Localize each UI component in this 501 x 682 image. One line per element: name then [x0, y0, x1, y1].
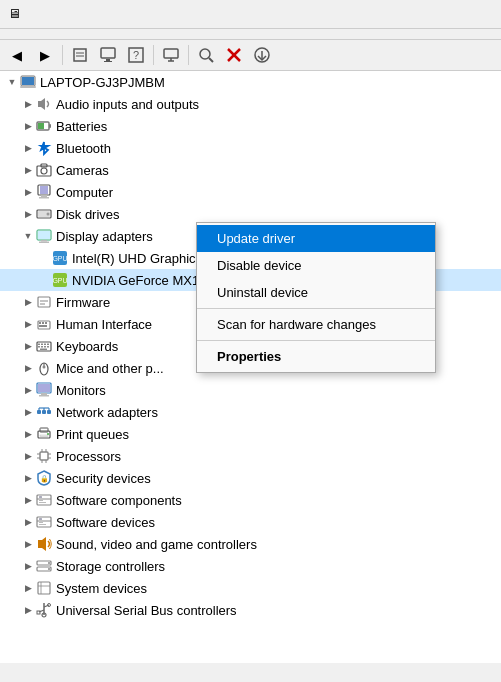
- tree-item-processors[interactable]: Processors: [0, 445, 501, 467]
- menu-view[interactable]: [36, 31, 52, 37]
- svg-point-62: [43, 366, 46, 369]
- ctx-item-uninstall[interactable]: Uninstall device: [197, 279, 435, 306]
- device-label-monitors: Monitors: [56, 383, 106, 398]
- expand-arrow-usb[interactable]: [20, 602, 36, 618]
- tree-item-sound[interactable]: Sound, video and game controllers: [0, 533, 501, 555]
- expand-arrow-cameras[interactable]: [20, 162, 36, 178]
- svg-rect-53: [44, 344, 46, 346]
- svg-rect-59: [40, 349, 47, 351]
- tree-item-print[interactable]: Print queues: [0, 423, 501, 445]
- expand-arrow-processors[interactable]: [20, 448, 36, 464]
- display-button[interactable]: [158, 43, 184, 67]
- tree-item-laptop[interactable]: LAPTOP-GJ3PJMBM: [0, 71, 501, 93]
- app-icon: 🖥: [8, 6, 24, 22]
- tree-item-security[interactable]: 🔒Security devices: [0, 467, 501, 489]
- svg-rect-23: [38, 123, 44, 129]
- expand-arrow-computer[interactable]: [20, 184, 36, 200]
- expand-arrow-print[interactable]: [20, 426, 36, 442]
- svg-rect-91: [39, 500, 43, 501]
- expand-arrow-system[interactable]: [20, 580, 36, 596]
- svg-rect-110: [37, 611, 40, 614]
- device-icon-nvidia: GPU: [52, 272, 68, 288]
- ctx-item-properties[interactable]: Properties: [197, 343, 435, 370]
- ctx-item-scan[interactable]: Scan for hardware changes: [197, 311, 435, 338]
- menu-help[interactable]: [52, 31, 68, 37]
- scan-button[interactable]: [193, 43, 219, 67]
- svg-rect-47: [42, 322, 44, 324]
- install-button[interactable]: [249, 43, 275, 67]
- tree-item-network[interactable]: Network adapters: [0, 401, 501, 423]
- back-button[interactable]: ◀: [4, 43, 30, 67]
- device-icon-usb: [36, 602, 52, 618]
- svg-text:GPU: GPU: [52, 277, 67, 284]
- expand-arrow-security[interactable]: [20, 470, 36, 486]
- tree-item-batteries[interactable]: Batteries: [0, 115, 501, 137]
- tree-item-storage[interactable]: Storage controllers: [0, 555, 501, 577]
- expand-arrow-monitors[interactable]: [20, 382, 36, 398]
- help-button[interactable]: ?: [123, 43, 149, 67]
- context-menu: Update driverDisable deviceUninstall dev…: [196, 222, 436, 373]
- device-label-sound: Sound, video and game controllers: [56, 537, 257, 552]
- device-icon-displayadapters: [36, 228, 52, 244]
- svg-rect-22: [49, 124, 51, 128]
- menu-action[interactable]: [20, 31, 36, 37]
- expand-arrow-keyboards[interactable]: [20, 338, 36, 354]
- svg-rect-52: [41, 344, 43, 346]
- tree-item-softwaredev[interactable]: Software devices: [0, 511, 501, 533]
- expand-arrow-storage[interactable]: [20, 558, 36, 574]
- remove-icon: [226, 47, 242, 63]
- expand-arrow-displayadapters[interactable]: [20, 228, 36, 244]
- expand-arrow-nvidia[interactable]: [36, 272, 52, 288]
- tree-item-bluetooth[interactable]: Bluetooth: [0, 137, 501, 159]
- device-label-computer: Computer: [56, 185, 113, 200]
- expand-arrow-network[interactable]: [20, 404, 36, 420]
- tree-item-usb[interactable]: Universal Serial Bus controllers: [0, 599, 501, 621]
- expand-arrow-human[interactable]: [20, 316, 36, 332]
- expand-arrow-firmware[interactable]: [20, 294, 36, 310]
- tree-item-softwarecomp[interactable]: Software components: [0, 489, 501, 511]
- svg-rect-69: [47, 410, 51, 414]
- expand-arrow-softwarecomp[interactable]: [20, 492, 36, 508]
- display-icon: [163, 47, 179, 63]
- remove-button[interactable]: [221, 43, 247, 67]
- device-label-human: Human Interface: [56, 317, 152, 332]
- device-icon-computer: [36, 184, 52, 200]
- device-icon-human: [36, 316, 52, 332]
- expand-arrow-intel[interactable]: [36, 250, 52, 266]
- tree-item-computer[interactable]: Computer: [0, 181, 501, 203]
- tree-item-cameras[interactable]: Cameras: [0, 159, 501, 181]
- svg-text:🔒: 🔒: [40, 474, 49, 483]
- device-label-softwaredev: Software devices: [56, 515, 155, 530]
- device-icon-print: [36, 426, 52, 442]
- forward-button[interactable]: ▶: [32, 43, 58, 67]
- svg-rect-68: [42, 410, 46, 414]
- expand-arrow-laptop[interactable]: [4, 74, 20, 90]
- ctx-item-disable[interactable]: Disable device: [197, 252, 435, 279]
- ctx-item-update[interactable]: Update driver: [197, 225, 435, 252]
- device-label-laptop: LAPTOP-GJ3PJMBM: [40, 75, 165, 90]
- svg-rect-95: [39, 518, 42, 520]
- svg-rect-19: [20, 86, 36, 88]
- svg-rect-67: [37, 410, 41, 414]
- svg-point-33: [47, 213, 50, 216]
- device-label-softwarecomp: Software components: [56, 493, 182, 508]
- device-label-displayadapters: Display adapters: [56, 229, 153, 244]
- device-icon-firmware: [36, 294, 52, 310]
- tree-item-system[interactable]: System devices: [0, 577, 501, 599]
- expand-arrow-softwaredev[interactable]: [20, 514, 36, 530]
- device-icon-intel: GPU: [52, 250, 68, 266]
- expand-arrow-diskdrives[interactable]: [20, 206, 36, 222]
- expand-arrow-bluetooth[interactable]: [20, 140, 36, 156]
- expand-arrow-batteries[interactable]: [20, 118, 36, 134]
- properties-button[interactable]: [67, 43, 93, 67]
- tree-item-monitors[interactable]: Monitors: [0, 379, 501, 401]
- svg-rect-58: [47, 346, 49, 348]
- expand-arrow-mice[interactable]: [20, 360, 36, 376]
- menu-file[interactable]: [4, 31, 20, 37]
- expand-arrow-audio[interactable]: [20, 96, 36, 112]
- tree-item-audio[interactable]: Audio inputs and outputs: [0, 93, 501, 115]
- svg-point-101: [48, 562, 50, 564]
- update-driver-button[interactable]: [95, 43, 121, 67]
- expand-arrow-sound[interactable]: [20, 536, 36, 552]
- ctx-separator: [197, 308, 435, 309]
